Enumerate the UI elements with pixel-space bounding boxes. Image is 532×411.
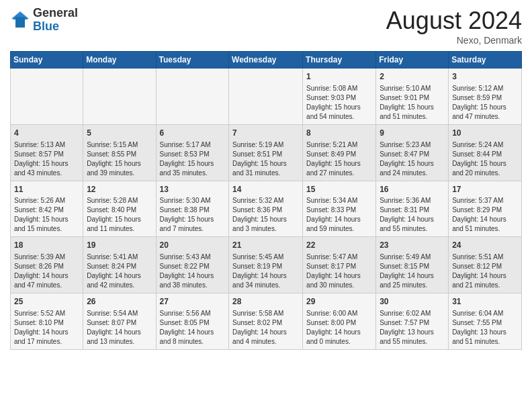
week-row-3: 18Sunrise: 5:39 AMSunset: 8:26 PMDayligh… <box>11 237 522 293</box>
day-info-line: Daylight: 15 hours <box>160 215 226 224</box>
day-info-line: and 4 minutes. <box>232 337 299 347</box>
day-info-line: Sunset: 8:29 PM <box>452 205 518 215</box>
header-row: SundayMondayTuesdayWednesdayThursdayFrid… <box>11 52 522 68</box>
day-number: 20 <box>160 240 226 251</box>
day-number: 21 <box>232 240 299 251</box>
day-info-line: Sunset: 9:03 PM <box>306 93 372 103</box>
day-info-line: and 51 minutes. <box>452 224 518 234</box>
day-info-line: Sunset: 8:33 PM <box>306 205 372 215</box>
day-info-line: Sunrise: 5:41 AM <box>87 253 152 262</box>
calendar-header: SundayMondayTuesdayWednesdayThursdayFrid… <box>11 52 522 68</box>
day-info-line: Sunset: 8:31 PM <box>380 205 445 215</box>
day-info-line: and 3 minutes. <box>232 224 299 234</box>
day-info-line: and 51 minutes. <box>380 112 445 122</box>
day-info-line: and 47 minutes. <box>14 281 79 290</box>
day-info-line: Sunrise: 5:30 AM <box>160 196 226 205</box>
title-area: August 2024 Nexo, Denmark <box>386 7 522 46</box>
day-info-line: Daylight: 15 hours <box>232 215 299 224</box>
calendar-cell: 12Sunrise: 5:28 AMSunset: 8:40 PMDayligh… <box>83 181 156 237</box>
day-info-line: Daylight: 15 hours <box>160 159 226 169</box>
day-info-line: and 34 minutes. <box>232 281 299 290</box>
day-info-line: Sunrise: 5:49 AM <box>380 253 445 262</box>
day-number: 31 <box>452 296 518 308</box>
col-header-saturday: Saturday <box>449 52 522 68</box>
day-number: 28 <box>232 296 299 308</box>
day-info-line: Sunrise: 5:58 AM <box>232 309 299 318</box>
calendar-cell: 10Sunrise: 5:24 AMSunset: 8:44 PMDayligh… <box>449 124 522 181</box>
day-number: 26 <box>87 296 152 308</box>
day-number: 9 <box>380 128 445 139</box>
calendar-cell: 21Sunrise: 5:45 AMSunset: 8:19 PMDayligh… <box>229 237 303 293</box>
day-info-line: Daylight: 15 hours <box>87 215 152 224</box>
calendar-cell: 23Sunrise: 5:49 AMSunset: 8:15 PMDayligh… <box>376 237 449 293</box>
day-info-line: Sunset: 7:55 PM <box>452 318 518 328</box>
day-info-line: and 13 minutes. <box>87 337 152 347</box>
day-info-line: Sunrise: 5:19 AM <box>232 140 299 150</box>
day-info-line: Daylight: 14 hours <box>232 271 299 281</box>
day-info-line: Sunset: 8:07 PM <box>87 318 152 328</box>
day-info-line: Sunrise: 5:39 AM <box>14 253 79 262</box>
day-info-line: Sunset: 8:26 PM <box>14 262 79 271</box>
day-info-line: and 38 minutes. <box>160 281 226 290</box>
day-info-line: Daylight: 15 hours <box>452 159 518 169</box>
calendar-cell: 9Sunrise: 5:23 AMSunset: 8:47 PMDaylight… <box>376 124 449 181</box>
day-info-line: Sunset: 8:44 PM <box>452 150 518 159</box>
day-info-line: Sunrise: 5:32 AM <box>232 196 299 205</box>
day-info-line: Sunset: 8:10 PM <box>14 318 79 328</box>
day-info-line: Sunset: 8:59 PM <box>452 93 518 103</box>
day-info-line: and 0 minutes. <box>306 337 372 347</box>
day-number: 7 <box>232 128 299 139</box>
day-info-line: Sunset: 8:40 PM <box>87 205 152 215</box>
day-info-line: Daylight: 14 hours <box>306 215 372 224</box>
day-info-line: and 55 minutes. <box>380 224 445 234</box>
day-number: 27 <box>160 296 226 308</box>
calendar-cell: 25Sunrise: 5:52 AMSunset: 8:10 PMDayligh… <box>11 293 83 350</box>
day-number: 6 <box>160 128 226 139</box>
day-info-line: Daylight: 15 hours <box>380 159 445 169</box>
day-info-line: Sunset: 8:47 PM <box>380 150 445 159</box>
day-info-line: Sunrise: 5:34 AM <box>306 196 372 205</box>
day-info-line: and 25 minutes. <box>380 281 445 290</box>
header: General Blue August 2024 Nexo, Denmark <box>10 7 522 46</box>
day-info-line: Sunrise: 5:21 AM <box>306 140 372 150</box>
day-info-line: Sunrise: 5:13 AM <box>14 140 79 150</box>
calendar-cell: 8Sunrise: 5:21 AMSunset: 8:49 PMDaylight… <box>303 124 376 181</box>
calendar-cell: 27Sunrise: 5:56 AMSunset: 8:05 PMDayligh… <box>156 293 229 350</box>
col-header-thursday: Thursday <box>303 52 376 68</box>
day-info-line: Sunset: 8:36 PM <box>232 205 299 215</box>
calendar-cell: 5Sunrise: 5:15 AMSunset: 8:55 PMDaylight… <box>83 124 156 181</box>
day-info-line: Sunset: 8:17 PM <box>306 262 372 271</box>
day-info-line: Sunrise: 5:45 AM <box>232 253 299 262</box>
day-info-line: and 8 minutes. <box>160 337 226 347</box>
day-info-line: and 59 minutes. <box>306 224 372 234</box>
calendar-cell <box>11 68 83 125</box>
day-info-line: Daylight: 14 hours <box>306 271 372 281</box>
day-info-line: Daylight: 13 hours <box>380 328 445 337</box>
calendar-cell: 17Sunrise: 5:37 AMSunset: 8:29 PMDayligh… <box>449 181 522 237</box>
day-number: 1 <box>306 71 372 83</box>
calendar-cell: 3Sunrise: 5:12 AMSunset: 8:59 PMDaylight… <box>449 68 522 125</box>
day-number: 30 <box>380 296 445 308</box>
day-info-line: Sunrise: 5:08 AM <box>306 84 372 93</box>
calendar-cell: 31Sunrise: 6:04 AMSunset: 7:55 PMDayligh… <box>449 293 522 350</box>
calendar-cell: 7Sunrise: 5:19 AMSunset: 8:51 PMDaylight… <box>229 124 303 181</box>
day-info-line: Daylight: 14 hours <box>14 271 79 281</box>
day-info-line: Sunset: 8:00 PM <box>306 318 372 328</box>
day-info-line: Sunset: 8:38 PM <box>160 205 226 215</box>
calendar-cell: 24Sunrise: 5:51 AMSunset: 8:12 PMDayligh… <box>449 237 522 293</box>
day-number: 15 <box>306 184 372 195</box>
day-info-line: Sunset: 8:05 PM <box>160 318 226 328</box>
day-info-line: and 17 minutes. <box>14 337 79 347</box>
day-info-line: and 24 minutes. <box>380 169 445 178</box>
day-info-line: Sunset: 8:49 PM <box>306 150 372 159</box>
day-info-line: Sunrise: 5:28 AM <box>87 196 152 205</box>
day-info-line: Sunset: 9:01 PM <box>380 93 445 103</box>
day-info-line: Daylight: 13 hours <box>452 328 518 337</box>
day-info-line: Sunset: 8:19 PM <box>232 262 299 271</box>
logo-text: General Blue <box>33 7 78 34</box>
day-info-line: Sunrise: 5:24 AM <box>452 140 518 150</box>
day-number: 13 <box>160 184 226 195</box>
calendar-cell: 19Sunrise: 5:41 AMSunset: 8:24 PMDayligh… <box>83 237 156 293</box>
day-info-line: and 39 minutes. <box>87 169 152 178</box>
day-number: 14 <box>232 184 299 195</box>
